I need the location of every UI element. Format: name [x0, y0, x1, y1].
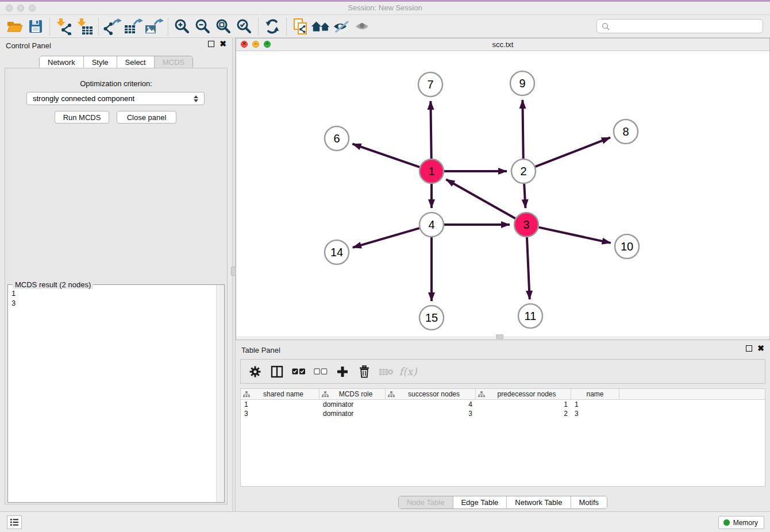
memory-button[interactable]: Memory	[718, 516, 764, 529]
cell-shared-name[interactable]: 3	[241, 409, 319, 418]
graph-edge-3-10[interactable]	[538, 228, 610, 243]
settings-gear-icon[interactable]	[245, 362, 265, 381]
graph-node-label-9: 9	[519, 77, 525, 90]
graph-node-label-4: 4	[428, 218, 434, 231]
cell-successor-nodes[interactable]: 3	[386, 409, 476, 418]
cell-predecessor-nodes[interactable]: 1	[476, 400, 571, 409]
zoom-out-icon[interactable]	[192, 17, 213, 36]
float-panel-icon[interactable]	[208, 41, 214, 47]
column-header-successor-nodes[interactable]: successor nodes	[386, 389, 476, 399]
graph-node-label-2: 2	[520, 165, 526, 178]
graph-edge-2-8[interactable]	[536, 137, 610, 167]
tab-style[interactable]: Style	[84, 56, 117, 68]
tab-network[interactable]: Network	[40, 56, 84, 68]
mcds-panel: Optimization criterion: strongly connect…	[5, 68, 228, 504]
column-header-predecessor-nodes[interactable]: predecessor nodes	[476, 389, 571, 399]
graph-edge-3-1[interactable]	[446, 179, 515, 218]
save-session-icon[interactable]	[25, 17, 46, 36]
table-panel-title: Table Panel	[241, 346, 280, 354]
toolbar-separator	[49, 18, 50, 35]
zoom-selected-icon[interactable]	[234, 17, 255, 36]
add-column-icon[interactable]	[333, 362, 352, 381]
select-all-checkboxes-icon[interactable]	[289, 362, 309, 381]
result-scrollbar[interactable]	[216, 285, 224, 502]
import-table-icon[interactable]	[74, 17, 95, 36]
cell-name[interactable]: 3	[571, 409, 619, 418]
split-view-icon[interactable]	[267, 362, 287, 381]
hide-selected-icon[interactable]	[332, 17, 352, 36]
zoom-in-icon[interactable]	[172, 17, 192, 36]
export-table-icon[interactable]	[123, 17, 144, 36]
duplicate-network-icon[interactable]	[290, 17, 311, 36]
export-image-icon[interactable]	[144, 17, 164, 36]
export-network-icon[interactable]	[102, 17, 123, 36]
toolbar-separator	[98, 18, 99, 35]
close-table-panel-icon[interactable]: ✖	[757, 345, 764, 352]
close-panel-button[interactable]: Close panel	[117, 111, 176, 124]
column-header-mcds-role[interactable]: MCDS role	[319, 389, 386, 399]
network-window-titlebar[interactable]: ✕ − + scc.txt	[236, 38, 769, 51]
table-row[interactable]: 3 dominator 3 2 3	[241, 409, 765, 418]
home-layout-icon[interactable]	[311, 17, 332, 36]
control-panel-title: Control Panel	[6, 41, 51, 50]
float-table-panel-icon[interactable]	[746, 345, 752, 352]
minimize-window-button[interactable]	[17, 5, 24, 11]
tab-network-table[interactable]: Network Table	[507, 496, 571, 508]
cell-mcds-role[interactable]: dominator	[319, 400, 386, 409]
criterion-dropdown[interactable]: strongly connected component	[26, 92, 205, 105]
column-header-name[interactable]: name	[571, 389, 619, 399]
import-network-icon[interactable]	[53, 17, 74, 36]
graph-edge-1-7[interactable]	[430, 101, 431, 159]
tab-select[interactable]: Select	[117, 56, 155, 68]
search-field[interactable]	[596, 19, 763, 33]
graph-edge-2-3[interactable]	[524, 184, 525, 208]
cell-successor-nodes[interactable]: 4	[386, 400, 476, 409]
close-panel-icon[interactable]: ✖	[220, 41, 226, 47]
tab-motifs[interactable]: Motifs	[571, 496, 607, 508]
open-session-icon[interactable]	[5, 17, 25, 36]
window-title: Session: New Session	[0, 2, 770, 14]
main-toolbar	[0, 15, 770, 38]
network-scroll-thumb[interactable]	[496, 334, 503, 339]
table-row[interactable]: 1 dominator 4 1 1	[241, 400, 765, 409]
network-maximize-button[interactable]: +	[264, 41, 271, 48]
cell-mcds-role[interactable]: dominator	[319, 409, 386, 418]
table-toolbar: f(x)	[240, 359, 765, 384]
node-table[interactable]: shared name MCDS role successor nodes pr…	[240, 388, 765, 487]
graph-edge-2-9[interactable]	[522, 100, 523, 159]
graph-edge-4-14[interactable]	[353, 228, 419, 248]
network-graph: 1234678910111415	[236, 51, 769, 336]
window-controls	[6, 5, 36, 11]
cell-name[interactable]: 1	[571, 400, 619, 409]
search-input[interactable]	[613, 22, 758, 30]
tab-edge-table[interactable]: Edge Table	[453, 496, 507, 508]
delete-column-icon[interactable]	[355, 362, 374, 381]
show-all-icon[interactable]	[352, 17, 373, 36]
graph-edge-1-6[interactable]	[352, 144, 419, 167]
network-view-window: ✕ − + scc.txt 1234678910111415	[236, 38, 770, 340]
table-tabs: Node Table Edge Table Network Table Moti…	[398, 496, 607, 509]
optimization-criterion-label: Optimization criterion:	[5, 79, 227, 88]
network-close-button[interactable]: ✕	[241, 41, 248, 48]
task-history-button[interactable]	[7, 515, 22, 529]
refresh-view-icon[interactable]	[262, 17, 283, 36]
tab-node-table[interactable]: Node Table	[399, 496, 453, 508]
cell-shared-name[interactable]: 1	[241, 400, 319, 409]
cell-predecessor-nodes[interactable]: 2	[476, 409, 571, 418]
zoom-fit-icon[interactable]	[213, 17, 234, 36]
criterion-value: strongly connected component	[33, 94, 134, 103]
tab-mcds[interactable]: MCDS	[155, 56, 192, 68]
toolbar-separator	[286, 18, 287, 35]
maximize-window-button[interactable]	[29, 5, 36, 11]
mcds-result-list[interactable]: 1 3	[8, 286, 216, 502]
graph-edge-3-11[interactable]	[527, 237, 530, 299]
graph-node-label-3: 3	[523, 218, 529, 231]
app-titlebar[interactable]: Session: New Session	[0, 2, 770, 15]
run-mcds-button[interactable]: Run MCDS	[55, 111, 109, 124]
close-window-button[interactable]	[6, 5, 13, 11]
graph-node-label-14: 14	[330, 246, 343, 259]
column-header-shared-name[interactable]: shared name	[241, 389, 319, 399]
network-minimize-button[interactable]: −	[252, 41, 259, 48]
graph-canvas[interactable]: 1234678910111415	[236, 51, 769, 336]
deselect-checkboxes-icon[interactable]	[311, 362, 330, 381]
